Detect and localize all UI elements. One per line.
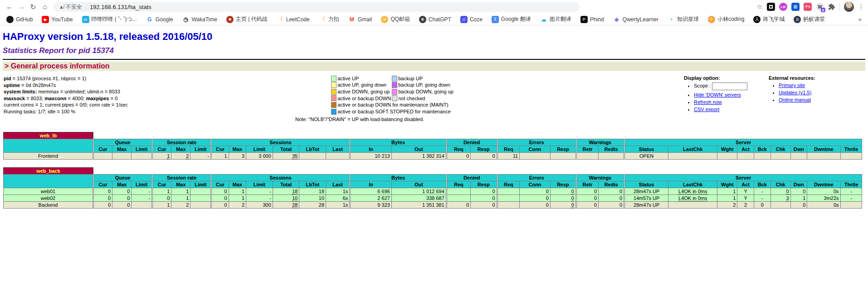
column-header: Retr	[576, 146, 598, 152]
reload-icon[interactable]: ↻	[27, 1, 39, 13]
cell-conn: 0	[520, 201, 551, 208]
bookmark-xiaolincoding[interactable]: 小小林coding	[708, 15, 744, 23]
bookmark-wakatime[interactable]: ◷WakaTime	[182, 16, 217, 23]
menu-kebab-icon[interactable]: ⋮	[858, 3, 864, 10]
qwertylearner-icon: ◆	[613, 16, 620, 23]
cell-cur: 0	[211, 194, 229, 201]
column-group-bytes: Bytes	[350, 174, 447, 181]
external-resource-link-2[interactable]: Updates (v1.5)	[779, 90, 811, 95]
bookmark-gmail[interactable]: MGmail	[348, 16, 372, 23]
bookmarks-overflow-chevron[interactable]: »	[858, 16, 862, 23]
cell-limit	[190, 194, 211, 201]
cell-wght: 1	[717, 188, 737, 194]
bookmark-phind[interactable]: PPhind	[580, 16, 604, 23]
cell-dwn	[790, 152, 807, 159]
bookmark-coze[interactable]: ☺Coze	[460, 16, 483, 23]
extension-icon-2[interactable]: LR	[779, 3, 787, 11]
column-header: In	[350, 146, 392, 152]
column-header: Chk	[770, 181, 790, 188]
display-option-link-3[interactable]: CSV export	[694, 107, 719, 112]
tooltip-value[interactable]: 0	[571, 189, 574, 194]
column-group-denied: Denied	[446, 174, 497, 181]
bookmark-qwertylearner[interactable]: ◆QwertyLearner	[613, 16, 658, 23]
tooltip-value[interactable]: 2	[186, 153, 189, 159]
bookmark-chatgpt[interactable]: ✻ChatGPT	[419, 16, 451, 23]
column-header: Limit	[190, 146, 211, 152]
bookmark-zsxq[interactable]: ◔知识星球	[668, 15, 699, 23]
bookmark-google[interactable]: GGoogle	[146, 16, 173, 23]
tooltip-value[interactable]: 0	[571, 202, 574, 208]
bookmark-star-icon[interactable]: ☆	[757, 3, 763, 11]
forward-icon[interactable]: →	[15, 1, 27, 13]
bookmark-google-translate[interactable]: 文Google 翻译	[492, 15, 531, 23]
tooltip-value[interactable]: 18	[292, 189, 297, 194]
column-header: LbTot	[299, 181, 326, 188]
column-group-queue: Queue	[93, 139, 152, 146]
bookmark-image-translate[interactable]: ☁图片翻译	[540, 15, 571, 23]
cell-cur: 1	[152, 152, 171, 159]
extension-translate-icon[interactable]: 中A	[804, 3, 812, 11]
cell-cur: 1	[211, 152, 229, 159]
scope-input[interactable]	[712, 83, 747, 90]
external-resource-link-1[interactable]: Primary site	[779, 83, 805, 88]
cell-lastchk	[668, 152, 717, 159]
security-label[interactable]: 不安全	[66, 3, 82, 11]
bookmark-label: YouTube	[51, 16, 73, 23]
column-header: Resp	[471, 181, 497, 188]
bookmark-label: 主页 | 代码战	[236, 15, 268, 23]
bookmark-bilibili[interactable]: tv哔哩哔哩 ( ˚- ˚)つ...	[82, 15, 137, 23]
legend-swatch	[392, 95, 397, 101]
url-text[interactable]: 192.168.6.131/ha_stats	[90, 4, 151, 10]
home-icon[interactable]: ⌂	[39, 1, 51, 13]
tooltip-value[interactable]: 1	[167, 153, 170, 159]
tooltip-value[interactable]: L4OK in 0ms	[678, 189, 707, 194]
profile-avatar[interactable]	[844, 2, 854, 12]
display-option-link-2[interactable]: Refresh now	[694, 99, 722, 105]
tooltip-value[interactable]: 0	[571, 195, 574, 201]
column-header: Act	[737, 146, 754, 152]
tooltip-value[interactable]: 35	[292, 153, 297, 159]
haproxy-version-link[interactable]: HAProxy version 1.5.18, released 2016/05…	[3, 31, 212, 43]
cell-dwntme: 0s	[807, 188, 840, 194]
cell-bck	[754, 152, 770, 159]
external-resource-link-3[interactable]: Online manual	[779, 97, 811, 102]
tooltip-value[interactable]: 3	[786, 195, 789, 201]
bookmark-mayikt[interactable]: S蚂蚁课堂	[794, 15, 825, 23]
bookmark-leetcode[interactable]: 〈LeetCode	[277, 16, 310, 23]
column-header: Dwn	[790, 146, 807, 152]
row-name: web02	[4, 194, 93, 201]
bookmark-github[interactable]: GitHub	[6, 16, 33, 23]
chatgpt-icon: ✻	[419, 16, 426, 23]
column-group-queue: Queue	[93, 174, 152, 181]
cell-bck: -	[754, 194, 770, 201]
column-header: Bck	[754, 146, 770, 152]
gmail-icon: M	[348, 16, 356, 23]
bookmark-label: 图片翻译	[550, 15, 571, 23]
bookmark-codewars[interactable]: ❖主页 | 代码战	[226, 15, 268, 23]
cell-act: Y	[737, 188, 754, 194]
cell-req	[497, 188, 519, 194]
google-icon: G	[146, 16, 153, 23]
bookmark-luffycity[interactable]: 人路飞学城	[753, 15, 785, 23]
column-group-server: Server	[624, 174, 862, 181]
bookmark-qqmail[interactable]: ✉QQ邮箱	[381, 15, 410, 23]
cell-resp: 0	[550, 188, 576, 194]
back-icon[interactable]: ←	[4, 1, 15, 13]
extension-icon-1[interactable]	[767, 3, 775, 11]
cell-total: 28	[273, 201, 299, 208]
bookmark-leetcode-cn[interactable]: 〈力扣	[319, 15, 339, 23]
tooltip-value[interactable]: L4OK in 0ms	[678, 195, 707, 201]
tooltip-value[interactable]: 28	[292, 202, 297, 208]
bookmark-label: ChatGPT	[429, 16, 451, 23]
extension-wappalyzer-icon[interactable]: W6	[816, 3, 824, 11]
column-header: Limit	[190, 181, 211, 188]
column-header: Cur	[211, 146, 229, 152]
display-option-link-1[interactable]: Hide 'DOWN' servers	[694, 92, 741, 97]
bookmark-youtube[interactable]: ▶YouTube	[42, 16, 73, 23]
row-name: Backend	[4, 201, 93, 208]
tooltip-value[interactable]: 0	[786, 189, 789, 194]
extensions-puzzle-icon[interactable]	[828, 3, 835, 10]
extension-icon-3[interactable]	[791, 3, 800, 11]
address-bar[interactable]: ▲̸ 不安全 192.168.6.131/ha_stats	[54, 2, 580, 12]
tooltip-value[interactable]: 10	[292, 195, 297, 201]
